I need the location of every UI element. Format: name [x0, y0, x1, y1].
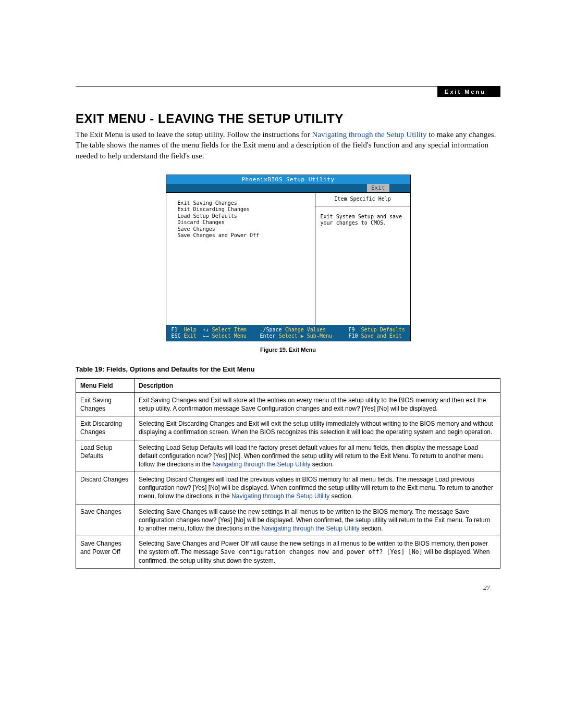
bios-help-pane: Item Specific Help Exit System Setup and… — [315, 193, 410, 325]
key-updown: ↑↓ — [203, 327, 209, 332]
key-f10-label: Save and Exit — [361, 333, 402, 339]
bios-menu-pane: Exit Saving Changes Exit Discarding Chan… — [166, 193, 315, 325]
table-row: Exit Saving Changes Exit Saving Changes … — [76, 392, 500, 416]
key-f10: F10 — [349, 333, 358, 339]
key-esc: ESC — [172, 333, 181, 339]
cell-desc: Selecting Save Changes will cause the ne… — [134, 504, 500, 536]
key-esc-label: Exit — [184, 333, 197, 339]
key-f1-label: Help — [184, 327, 197, 332]
table-title: Table 19: Fields, Options and Defaults f… — [76, 365, 500, 373]
key-f9: F9 — [349, 327, 355, 332]
nav-setup-link[interactable]: Navigating through the Setup Utility — [212, 461, 310, 468]
bios-menu-item: Exit Saving Changes — [178, 200, 309, 207]
page-header-rule: Exit Menu — [76, 86, 500, 97]
bios-menu-item: Load Setup Defaults — [178, 213, 309, 220]
cell-field: Save Changes and Power Off — [76, 536, 134, 569]
bios-footer-keys: F1 Help ↑↓ Select Item -/Space Change Va… — [166, 325, 410, 341]
nav-setup-link[interactable]: Navigating through the Setup Utility — [231, 492, 329, 500]
key-leftright-label: Select Menu — [212, 333, 247, 339]
table-row: Load Setup Defaults Selecting Load Setup… — [76, 440, 500, 472]
bios-tab-bar: Exit — [166, 184, 410, 192]
cell-desc-text: section. — [329, 492, 353, 500]
header-tab: Exit Menu — [437, 87, 500, 97]
table-row: Discard Changes Selecting Discard Change… — [76, 472, 500, 504]
cell-desc: Selecting Load Setup Defaults will load … — [134, 440, 500, 472]
key-space-label: Change Values — [285, 327, 326, 332]
bios-menu-item: Exit Discarding Changes — [178, 206, 309, 213]
nav-setup-link[interactable]: Navigating through the Setup Utility — [312, 130, 427, 139]
section-heading: EXIT MENU - LEAVING THE SETUP UTILITY — [76, 112, 500, 126]
cell-field: Save Changes — [76, 504, 134, 536]
key-enter: Enter — [260, 333, 276, 339]
page-number: 27 — [483, 584, 490, 592]
table-row: Save Changes and Power Off Selecting Sav… — [76, 536, 500, 569]
cell-desc: Selecting Discard Changes will load the … — [134, 472, 500, 504]
bios-menu-item: Discard Changes — [178, 219, 309, 226]
key-f1: F1 — [172, 327, 178, 332]
cell-desc-text: section. — [311, 461, 334, 468]
cell-desc: Exit Saving Changes and Exit will store … — [134, 392, 500, 416]
bios-menu-item: Save Changes and Power Off — [178, 232, 309, 239]
cell-field: Exit Discarding Changes — [76, 416, 134, 440]
bios-menu-item: Save Changes — [178, 226, 309, 233]
figure-caption: Figure 19. Exit Menu — [76, 347, 500, 353]
key-enter-label: Select ▶ Sub-Menu — [279, 333, 332, 339]
cell-field: Load Setup Defaults — [76, 440, 134, 472]
fields-table: Menu Field Description Exit Saving Chang… — [76, 378, 500, 569]
cell-field: Discard Changes — [76, 472, 134, 504]
nav-setup-link[interactable]: Navigating through the Setup Utility — [261, 525, 359, 532]
key-leftright: ←→ — [203, 333, 209, 339]
intro-text-before: The Exit Menu is used to leave the setup… — [76, 130, 312, 139]
bios-figure: PhoenixBIOS Setup Utility Exit Exit Savi… — [166, 175, 411, 341]
cell-desc: Selecting Exit Discarding Changes and Ex… — [134, 416, 500, 440]
bios-title-bar: PhoenixBIOS Setup Utility — [166, 175, 410, 184]
table-row: Exit Discarding Changes Selecting Exit D… — [76, 416, 500, 440]
cell-field: Exit Saving Changes — [76, 392, 134, 416]
key-updown-label: Select Item — [212, 327, 247, 332]
intro-paragraph: The Exit Menu is used to leave the setup… — [76, 129, 500, 161]
cell-desc-mono: Save configuration changes now and power… — [221, 548, 423, 556]
key-f9-label: Setup Defaults — [361, 327, 405, 332]
bios-tab-exit: Exit — [367, 184, 389, 192]
cell-desc-text: section. — [360, 525, 383, 532]
cell-desc: Selecting Save Changes and Power Off wil… — [134, 536, 500, 569]
bios-help-title: Item Specific Help — [315, 193, 410, 206]
key-space: -/Space — [260, 327, 282, 332]
bios-help-text: Exit System Setup and save your changes … — [315, 206, 410, 325]
table-row: Save Changes Selecting Save Changes will… — [76, 504, 500, 536]
col-header-field: Menu Field — [76, 378, 134, 392]
col-header-desc: Description — [134, 378, 500, 392]
